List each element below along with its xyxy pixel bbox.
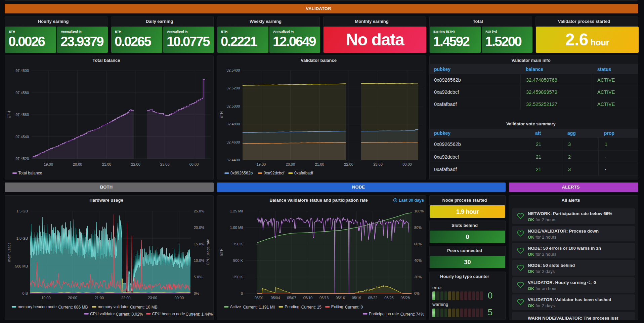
svg-text:Current: 74%: Current: 74% bbox=[400, 312, 424, 317]
svg-text:Exiting: Exiting bbox=[331, 305, 343, 309]
svg-text:05/07: 05/07 bbox=[287, 296, 296, 300]
svg-text:1.00 Mil: 1.00 Mil bbox=[230, 226, 243, 230]
svg-text:100%: 100% bbox=[414, 209, 424, 213]
svg-text:0x8926562b: 0x8926562b bbox=[230, 171, 253, 175]
svg-text:60%: 60% bbox=[414, 242, 422, 246]
svg-text:Pending: Pending bbox=[285, 305, 299, 309]
svg-text:20%: 20% bbox=[414, 275, 422, 279]
svg-text:05/19: 05/19 bbox=[352, 296, 361, 300]
svg-text:20:00: 20:00 bbox=[73, 162, 82, 166]
svg-text:memory validator: memory validator bbox=[98, 305, 129, 309]
svg-text:32.4400: 32.4400 bbox=[226, 158, 240, 162]
svg-text:05/16: 05/16 bbox=[336, 296, 345, 300]
svg-text:Current: 15: Current: 15 bbox=[301, 305, 321, 310]
svg-text:memory beacon node: memory beacon node bbox=[18, 305, 57, 309]
svg-text:Current: 0.02%: Current: 0.02% bbox=[116, 312, 143, 317]
svg-text:CPU beacon node: CPU beacon node bbox=[152, 312, 185, 316]
svg-text:97.4560: 97.4560 bbox=[15, 113, 29, 117]
svg-text:10.0%: 10.0% bbox=[194, 258, 204, 263]
svg-text:500 K: 500 K bbox=[233, 258, 243, 263]
svg-text:Participation rate: Participation rate bbox=[369, 312, 399, 316]
svg-text:CPU usage rate: CPU usage rate bbox=[206, 239, 210, 265]
svg-text:00:00: 00:00 bbox=[402, 162, 412, 166]
svg-text:05/25: 05/25 bbox=[384, 296, 394, 300]
svg-text:21:00: 21:00 bbox=[315, 162, 324, 166]
svg-text:Current: 1.44%: Current: 1.44% bbox=[186, 312, 213, 317]
svg-text:750 K: 750 K bbox=[233, 242, 243, 246]
svg-text:19:00: 19:00 bbox=[41, 296, 51, 300]
svg-text:22:00: 22:00 bbox=[121, 296, 131, 300]
svg-text:80%: 80% bbox=[414, 226, 422, 230]
svg-text:19:00: 19:00 bbox=[257, 162, 266, 166]
svg-text:21:00: 21:00 bbox=[102, 162, 112, 166]
svg-text:32.5000: 32.5000 bbox=[226, 104, 240, 108]
svg-text:500 MB: 500 MB bbox=[15, 264, 28, 268]
svg-text:05/04: 05/04 bbox=[271, 296, 280, 300]
svg-text:05/28: 05/28 bbox=[400, 296, 410, 300]
svg-text:Total balance: Total balance bbox=[18, 171, 42, 175]
svg-text:97.4580: 97.4580 bbox=[15, 91, 29, 95]
svg-text:ETH: ETH bbox=[219, 248, 223, 256]
svg-text:25.0%: 25.0% bbox=[194, 209, 204, 213]
svg-text:20:00: 20:00 bbox=[286, 162, 295, 166]
svg-text:1.0 GB: 1.0 GB bbox=[16, 236, 28, 240]
svg-text:05/13: 05/13 bbox=[319, 296, 329, 300]
svg-text:21:00: 21:00 bbox=[95, 296, 104, 300]
svg-text:23:00: 23:00 bbox=[148, 296, 157, 300]
svg-text:05/10: 05/10 bbox=[303, 296, 313, 300]
svg-text:20:00: 20:00 bbox=[68, 296, 77, 300]
svg-text:05/01: 05/01 bbox=[255, 296, 264, 300]
svg-text:CPU validator: CPU validator bbox=[90, 312, 115, 316]
svg-text:250 K: 250 K bbox=[233, 275, 243, 279]
svg-text:05/22: 05/22 bbox=[368, 296, 378, 300]
svg-text:Current: 1.191 Mil: Current: 1.191 Mil bbox=[243, 305, 275, 310]
svg-text:ETH: ETH bbox=[219, 111, 223, 119]
svg-text:32.5200: 32.5200 bbox=[226, 86, 240, 90]
svg-text:97.4600: 97.4600 bbox=[15, 69, 29, 73]
svg-text:19:00: 19:00 bbox=[44, 162, 53, 166]
svg-text:22:00: 22:00 bbox=[344, 162, 353, 166]
svg-text:0%: 0% bbox=[194, 291, 199, 295]
svg-text:22:00: 22:00 bbox=[131, 162, 140, 166]
svg-text:97.4540: 97.4540 bbox=[15, 135, 29, 139]
svg-text:Current: 686 MB: Current: 686 MB bbox=[58, 305, 88, 310]
svg-text:Current: 0: Current: 0 bbox=[345, 305, 363, 310]
svg-text:32.4600: 32.4600 bbox=[226, 140, 240, 144]
svg-text:0xa92dcbcf: 0xa92dcbcf bbox=[264, 171, 285, 175]
svg-text:Active: Active bbox=[230, 305, 241, 309]
svg-text:0xafafbadf: 0xafafbadf bbox=[294, 171, 313, 175]
svg-text:Current: 10 MB: Current: 10 MB bbox=[130, 305, 157, 310]
svg-text:mem usage: mem usage bbox=[7, 242, 11, 261]
svg-text:40%: 40% bbox=[414, 258, 422, 263]
svg-text:0: 0 bbox=[241, 291, 243, 295]
svg-text:0%: 0% bbox=[414, 291, 420, 295]
svg-text:15.0%: 15.0% bbox=[194, 242, 204, 246]
svg-text:97.4520: 97.4520 bbox=[15, 157, 29, 161]
svg-text:00:00: 00:00 bbox=[189, 162, 199, 166]
svg-text:23:00: 23:00 bbox=[373, 162, 383, 166]
svg-text:23:00: 23:00 bbox=[160, 162, 170, 166]
svg-text:1.5 GB: 1.5 GB bbox=[16, 209, 28, 213]
svg-text:0 B: 0 B bbox=[22, 291, 28, 295]
svg-text:20.0%: 20.0% bbox=[194, 226, 204, 230]
svg-text:32.5400: 32.5400 bbox=[226, 68, 240, 72]
svg-text:1.25 Mil: 1.25 Mil bbox=[230, 209, 243, 213]
svg-text:00:00: 00:00 bbox=[175, 296, 184, 300]
svg-text:5.0%: 5.0% bbox=[194, 275, 202, 279]
svg-text:ETH: ETH bbox=[7, 111, 11, 118]
svg-text:32.4800: 32.4800 bbox=[226, 122, 240, 126]
